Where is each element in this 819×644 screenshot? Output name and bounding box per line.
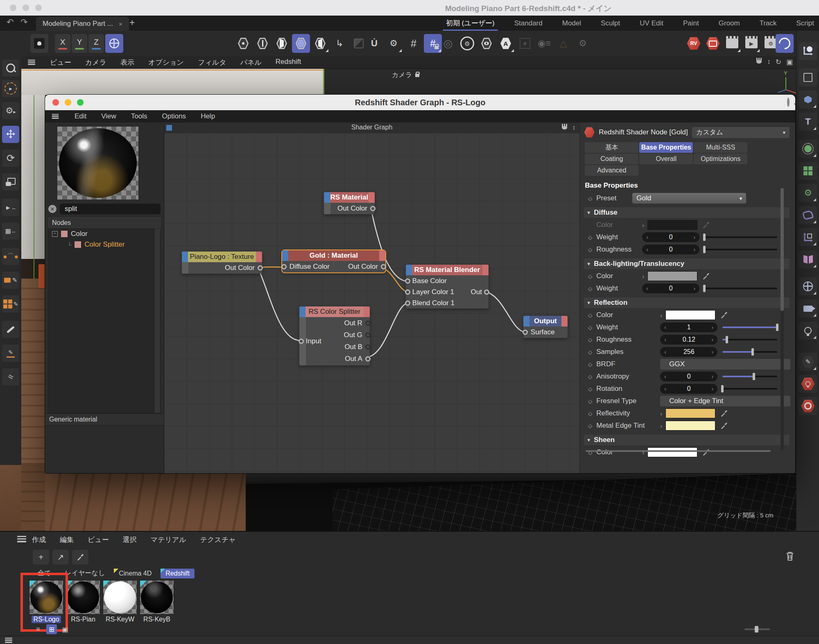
search-icon[interactable] <box>787 99 790 106</box>
node-rs-material[interactable]: RS Material Out Color <box>324 192 375 214</box>
out-port[interactable] <box>258 265 263 271</box>
node-search-input[interactable]: split <box>60 204 161 214</box>
undo-icon[interactable]: ↶ <box>7 17 14 27</box>
redo-icon[interactable]: ↷ <box>20 17 28 27</box>
viewport-menu-item[interactable]: フィルタ <box>198 58 226 67</box>
attr-tab--[interactable]: 基本 <box>585 142 638 153</box>
grid-toggle-icon[interactable]: # <box>405 34 423 53</box>
viewport-menu-item[interactable]: オプション <box>148 58 184 67</box>
magnet-snap-icon[interactable]: U̇ <box>365 34 383 53</box>
layout-tab-model[interactable]: Model <box>561 17 582 30</box>
section-header-sheen[interactable]: ▼Sheen <box>584 435 790 445</box>
material-thumbnail[interactable] <box>103 580 137 615</box>
layout-tab-groom[interactable]: Groom <box>718 17 741 30</box>
value-slider[interactable] <box>722 385 777 393</box>
shader-menu-icon[interactable] <box>52 114 59 119</box>
view-filter-icon[interactable]: ◉≡ <box>535 34 553 53</box>
material-item[interactable]: RS-KeyB <box>140 580 174 623</box>
pick-material-button[interactable] <box>72 550 88 565</box>
material-menu-item[interactable]: マテリアル <box>151 535 186 544</box>
color-swatch[interactable] <box>665 421 715 431</box>
viewport-menu-item[interactable]: 表示 <box>120 58 134 67</box>
interactive-render-icon[interactable] <box>776 34 794 53</box>
viewport-menu-item[interactable]: ビュー <box>50 58 71 67</box>
value-spinner[interactable]: ‹0› <box>642 283 699 293</box>
layout-tab-script[interactable]: Script <box>796 17 815 30</box>
null-object-icon[interactable] <box>799 140 817 158</box>
tree-scrollbar[interactable] <box>155 229 160 413</box>
primitive-cube-pen-icon[interactable]: ✎ <box>2 295 19 313</box>
material-item[interactable]: RS-Logo <box>29 580 63 623</box>
viewport-menu-item[interactable]: カメラ <box>85 58 106 67</box>
delete-material-icon[interactable] <box>785 551 795 563</box>
array-generator-icon[interactable] <box>799 162 817 180</box>
graph-grid[interactable]: RS Material Out Color Piano-Logo : Textu… <box>164 133 579 473</box>
eyedropper-icon[interactable] <box>702 272 710 280</box>
eyedropper-icon[interactable] <box>720 422 728 429</box>
attr-tab-multi-sss[interactable]: Multi-SSS <box>694 142 747 153</box>
attribute-vscrollbar[interactable] <box>781 188 784 450</box>
transform-tool-icon[interactable]: ►↔ <box>2 199 19 216</box>
eyedropper-icon[interactable] <box>702 449 710 456</box>
material-menu-item[interactable]: ビュー <box>88 535 109 544</box>
modeling-settings-icon[interactable]: ⚙ <box>458 34 476 53</box>
attribute-hscrollbar[interactable] <box>586 450 771 452</box>
axis-x-toggle[interactable]: X <box>55 34 70 53</box>
node-output[interactable]: Output Surface <box>523 316 568 338</box>
material-tab-cinema-4d[interactable]: Cinema 4D <box>114 569 156 578</box>
live-selection-icon[interactable]: ▸ <box>2 80 19 97</box>
value-spinner[interactable]: ‹0.12› <box>660 335 717 345</box>
out-port[interactable] <box>365 344 371 349</box>
value-spinner[interactable]: ‹0› <box>660 384 717 394</box>
material-editor-icon[interactable]: ✎ <box>799 353 817 371</box>
in-port[interactable] <box>405 278 410 283</box>
rotate-tool-icon[interactable]: ⟳ <box>2 150 19 167</box>
material-thumbnail[interactable] <box>140 580 174 615</box>
shader-graph-canvas[interactable]: Shader Graph ↕ <box>164 122 579 473</box>
section-header-reflection[interactable]: ▼Reflection <box>584 297 790 308</box>
node-gold-material[interactable]: Gold : Material Diffuse Color Out Color <box>282 250 385 272</box>
axis-z-toggle[interactable]: Z <box>88 34 104 53</box>
polygons-mode-icon[interactable] <box>273 34 291 53</box>
grid-view-icon[interactable]: ⊞ <box>46 624 57 634</box>
material-menu-item[interactable]: 選択 <box>123 535 137 544</box>
color-swatch[interactable] <box>647 271 697 281</box>
material-menu-icon[interactable] <box>17 536 26 544</box>
material-item[interactable]: RS-Pian <box>66 580 100 623</box>
value-spinner[interactable]: ‹0› <box>642 232 699 242</box>
render-view-icon[interactable] <box>723 34 741 53</box>
points-mode-icon[interactable] <box>234 34 252 53</box>
open-node-editor-button[interactable]: ↗ <box>52 550 69 565</box>
layout-tab-standard[interactable]: Standard <box>514 17 543 30</box>
deformer-icon[interactable] <box>799 206 817 224</box>
list-view-icon[interactable]: ≡ <box>33 624 43 634</box>
axis-cube-icon[interactable] <box>799 228 817 246</box>
dropdown-brdf[interactable]: GGX <box>660 359 790 370</box>
in-port[interactable] <box>299 339 304 344</box>
value-slider[interactable] <box>704 233 777 241</box>
symmetry-icon[interactable] <box>799 250 817 268</box>
toggle-panel-icon[interactable]: ▣ <box>786 58 793 66</box>
in-port[interactable] <box>281 264 287 270</box>
pan-view-icon[interactable] <box>756 58 762 66</box>
value-slider[interactable] <box>722 336 777 344</box>
value-spinner[interactable]: ‹0› <box>660 372 717 381</box>
material-menu-item[interactable]: 作成 <box>32 535 46 544</box>
eyedropper-icon[interactable] <box>720 410 728 417</box>
selection-filter-hex-a-icon[interactable]: A <box>497 34 515 53</box>
close-tab-icon[interactable]: × <box>119 20 122 27</box>
search-commander-icon[interactable] <box>2 59 19 77</box>
color-swatch[interactable] <box>647 220 697 230</box>
model-mode-icon[interactable] <box>292 34 310 53</box>
section-header-diffuse[interactable]: ▼Diffuse <box>584 207 790 218</box>
object-mode-icon[interactable] <box>311 34 329 53</box>
node-rs-color-splitter[interactable]: RS Color Splitter Input Out R Out G Out … <box>299 306 370 365</box>
clear-search-icon[interactable]: ✕ <box>48 205 57 213</box>
layout-tab-paint[interactable]: Paint <box>682 17 700 30</box>
preset-dropdown[interactable]: Gold▾ <box>632 193 746 204</box>
material-menu-item[interactable]: 編集 <box>60 535 74 544</box>
shader-menu-item[interactable]: Options <box>162 112 186 120</box>
material-thumbnail[interactable] <box>29 580 63 615</box>
add-tab-button[interactable]: + <box>129 17 135 28</box>
snap-settings-gear-icon[interactable]: ⚙ <box>385 34 403 53</box>
